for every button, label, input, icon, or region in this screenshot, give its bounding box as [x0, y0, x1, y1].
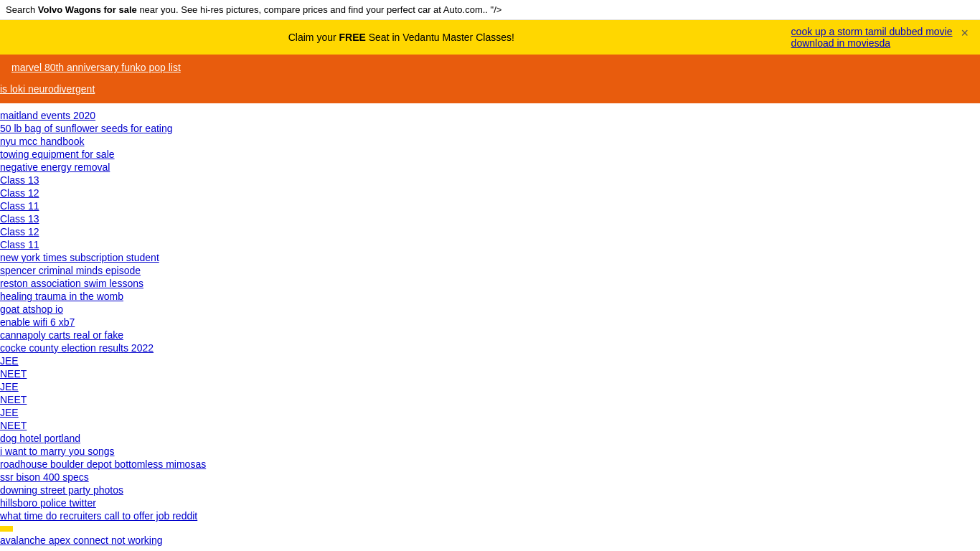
list-link[interactable]: avalanche apex connect not working — [0, 534, 162, 546]
list-item: new york times subscription student — [0, 251, 980, 264]
list-link[interactable]: Class 12 — [0, 187, 39, 199]
list-item: cocke county election results 2022 — [0, 342, 980, 354]
list-link[interactable]: Class 13 — [0, 174, 39, 186]
list-link[interactable]: Class 11 — [0, 239, 39, 250]
list-link[interactable]: towing equipment for sale — [0, 149, 115, 160]
list-item: JEE — [0, 406, 980, 419]
yellow-mark — [0, 526, 13, 532]
search-rest: near you. See hi-res pictures, compare p… — [137, 4, 502, 15]
list-link[interactable]: spencer criminal minds episode — [0, 265, 141, 276]
list-item: what time do recruiters call to offer jo… — [0, 509, 980, 522]
list-item: JEE — [0, 380, 980, 393]
list-item: nyu mcc handbook — [0, 135, 980, 148]
list-link[interactable]: what time do recruiters call to offer jo… — [0, 510, 197, 522]
list-link[interactable]: downing street party photos — [0, 484, 123, 496]
list-item: hillsboro police twitter — [0, 496, 980, 509]
orange-banner-bottom: is loki neurodivergent — [0, 80, 980, 103]
list-link[interactable]: goat atshop io — [0, 303, 63, 315]
list-item: maitland events 2020 — [0, 109, 980, 122]
list-link[interactable]: healing trauma in the womb — [0, 291, 123, 302]
top-search-bar: Search Volvo Wagons for sale near you. S… — [0, 0, 980, 20]
list-item: Class 12 — [0, 187, 980, 199]
list-link[interactable]: dog hotel portland — [0, 433, 80, 444]
main-content: maitland events 202050 lb bag of sunflow… — [0, 103, 980, 551]
list-link[interactable]: negative energy removal — [0, 161, 110, 173]
search-bold: Volvo Wagons for sale — [38, 4, 137, 15]
search-text: Search — [6, 4, 38, 15]
list-item: Class 13 — [0, 212, 980, 225]
list-item: reston association swim lessons — [0, 277, 980, 290]
list-item: i want to marry you songs — [0, 445, 980, 458]
list-link[interactable]: maitland events 2020 — [0, 110, 95, 121]
list-link[interactable]: JEE — [0, 381, 19, 392]
list-item: NEET — [0, 393, 980, 406]
cook-storm-link[interactable]: cook up a storm tamil dubbed movie — [791, 26, 953, 37]
list-link[interactable]: Class 11 — [0, 200, 39, 212]
list-item: Class 12 — [0, 225, 980, 238]
list-item: spencer criminal minds episode — [0, 264, 980, 277]
list-item: negative energy removal — [0, 161, 980, 174]
list-link[interactable]: cannapoly carts real or fake — [0, 329, 123, 341]
list-link[interactable]: reston association swim lessons — [0, 278, 143, 289]
close-button[interactable]: × — [961, 26, 969, 41]
orange-banner-top: marvel 80th anniversary funko pop list — [0, 55, 980, 80]
list-link[interactable]: nyu mcc handbook — [0, 136, 85, 147]
list-link[interactable]: NEET — [0, 368, 27, 380]
download-moviesda-link[interactable]: download in moviesda — [791, 37, 891, 49]
list-item: Class 13 — [0, 174, 980, 187]
list-link[interactable]: hillsboro police twitter — [0, 497, 96, 509]
marvel-link[interactable]: marvel 80th anniversary funko pop list — [11, 62, 181, 73]
list-item: JEE — [0, 354, 980, 367]
list-link[interactable]: ssr bison 400 specs — [0, 471, 89, 483]
list-item: cannapoly carts real or fake — [0, 329, 980, 342]
list-link[interactable]: roadhouse boulder depot bottomless mimos… — [0, 458, 206, 470]
yellow-banner: Claim your FREE Seat in Vedantu Master C… — [0, 20, 980, 55]
loki-link[interactable]: is loki neurodivergent — [0, 83, 95, 95]
list-item: goat atshop io — [0, 303, 980, 316]
list-item: healing trauma in the womb — [0, 290, 980, 303]
list-link[interactable]: JEE — [0, 355, 19, 367]
list-item: NEET — [0, 419, 980, 432]
list-item: avalanche apex connect not working — [0, 522, 980, 547]
list-item: towing equipment for sale — [0, 148, 980, 161]
list-link[interactable]: NEET — [0, 394, 27, 405]
list-link[interactable]: JEE — [0, 407, 19, 418]
list-item: ssr bison 400 specs — [0, 471, 980, 484]
list-item: downing street party photos — [0, 484, 980, 496]
list-item: enable wifi 6 xb7 — [0, 316, 980, 329]
list-item: roadhouse boulder depot bottomless mimos… — [0, 458, 980, 471]
list-link[interactable]: NEET — [0, 420, 27, 431]
list-item: 50 lb bag of sunflower seeds for eating — [0, 122, 980, 135]
list-link[interactable]: 50 lb bag of sunflower seeds for eating — [0, 123, 173, 134]
vedantu-banner-text: Claim your FREE Seat in Vedantu Master C… — [11, 32, 791, 43]
list-link[interactable]: cocke county election results 2022 — [0, 342, 154, 354]
list-item: NEET — [0, 367, 980, 380]
list-link[interactable]: Class 13 — [0, 213, 39, 225]
list-link[interactable]: new york times subscription student — [0, 252, 159, 263]
list-item: dog hotel portland — [0, 432, 980, 445]
list-link[interactable]: enable wifi 6 xb7 — [0, 316, 75, 328]
yellow-banner-right: cook up a storm tamil dubbed movie downl… — [791, 26, 953, 49]
list-item: Class 11 — [0, 238, 980, 251]
link-list: maitland events 202050 lb bag of sunflow… — [0, 109, 980, 547]
list-link[interactable]: Class 12 — [0, 226, 39, 237]
list-item: Class 11 — [0, 199, 980, 212]
list-link[interactable]: i want to marry you songs — [0, 446, 115, 457]
